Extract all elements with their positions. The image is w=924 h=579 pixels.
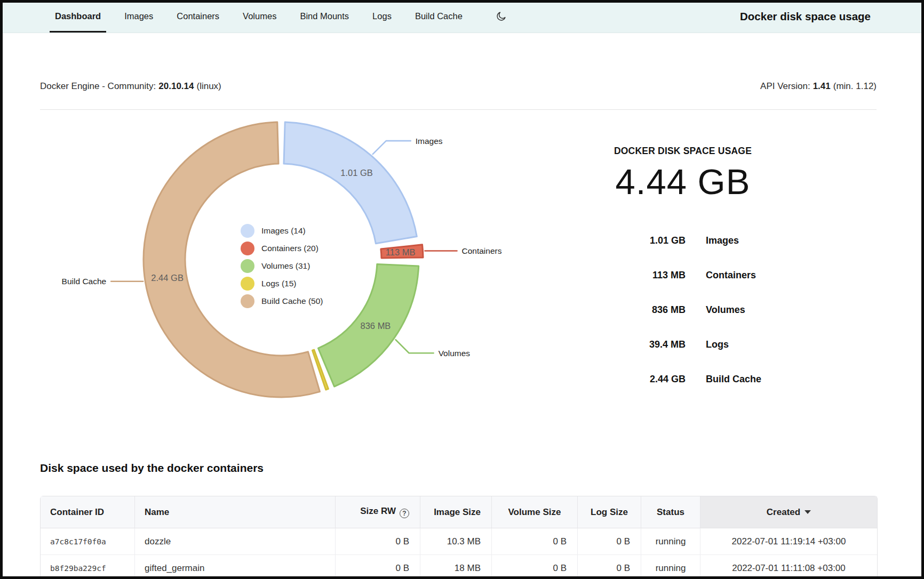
tab-dashboard[interactable]: Dashboard (50, 0, 106, 33)
summary-size: 836 MB (565, 304, 686, 316)
sort-descending-icon (804, 510, 811, 514)
table-row-gifted-germain: b8f29ba229cfgifted_germain0 B18 MB0 B0 B… (41, 555, 877, 579)
tab-images[interactable]: Images (119, 0, 158, 33)
chart-legend: Images (14)Containers (20)Volumes (31)Lo… (241, 222, 323, 310)
legend-label: Images (14) (261, 226, 306, 236)
legend-item-images: Images (14) (241, 222, 323, 239)
legend-label: Build Cache (50) (261, 296, 323, 306)
summary-row-volumes: 836 MBVolumes (565, 293, 800, 327)
cell-status: running (641, 528, 700, 555)
summary-row-build-cache: 2.44 GBBuild Cache (565, 362, 800, 397)
column-header-size-rw[interactable]: Size RW? (336, 496, 420, 528)
summary-size: 2.44 GB (565, 374, 686, 385)
callout-label-images: Images (416, 136, 443, 146)
column-header-status[interactable]: Status (641, 496, 700, 528)
segment-value-label-containers: 113 MB (386, 247, 416, 257)
cell-log-size: 0 B (578, 555, 641, 579)
legend-item-volumes: Volumes (31) (241, 257, 323, 275)
legend-label: Logs (15) (261, 279, 296, 288)
column-header-label: Created (767, 507, 800, 517)
cell-image-size: 18 MB (420, 555, 492, 579)
tab-logs[interactable]: Logs (367, 0, 397, 33)
tab-build-cache[interactable]: Build Cache (410, 0, 468, 33)
legend-dot-containers (241, 242, 254, 255)
column-header-volume-size[interactable]: Volume Size (492, 496, 578, 528)
legend-item-logs: Logs (15) (241, 275, 323, 292)
column-header-container-id[interactable]: Container ID (41, 496, 135, 528)
table-row-dozzle: a7c8c17f0f0adozzle0 B10.3 MB0 B0 Brunnin… (41, 528, 877, 555)
summary-label: Images (706, 235, 800, 246)
column-header-label: Name (145, 507, 169, 517)
summary-size: 39.4 MB (565, 339, 686, 350)
containers-table-heading: Disk space used by the docker containers (40, 462, 264, 475)
app-title: Docker disk space usage (740, 0, 871, 33)
legend-item-build-cache: Build Cache (50) (241, 292, 323, 310)
summary-size: 1.01 GB (565, 235, 686, 246)
legend-dot-logs (241, 277, 254, 291)
legend-dot-build-cache (241, 294, 254, 308)
summary-heading: DOCKER DISK SPACE USAGE (565, 146, 800, 157)
column-header-label: Volume Size (508, 507, 561, 517)
total-disk-usage-value: 4.44 GB (565, 161, 800, 202)
segment-value-label-build-cache: 2.44 GB (151, 273, 184, 283)
cell-name: gifted_germain (135, 555, 336, 579)
summary-row-images: 1.01 GBImages (565, 223, 800, 258)
api-version-min: (min. 1.12) (833, 81, 877, 91)
engine-info-row: Docker Engine - Community:20.10.14(linux… (40, 81, 877, 92)
cell-id: b8f29ba229cf (41, 555, 135, 579)
engine-platform: (linux) (197, 81, 221, 91)
summary-rows: 1.01 GBImages113 MBContainers836 MBVolum… (565, 223, 800, 397)
help-icon[interactable]: ? (400, 509, 409, 518)
callout-label-containers: Containers (461, 246, 501, 255)
tab-volumes[interactable]: Volumes (237, 0, 282, 33)
summary-size: 113 MB (565, 270, 686, 281)
containers-table: Container IDNameSize RW?Image SizeVolume… (40, 496, 878, 579)
callout-line-volumes (396, 340, 434, 353)
callout-label-build-cache: Build Cache (62, 277, 107, 286)
callout-label-volumes: Volumes (439, 349, 471, 358)
cell-status: running (641, 555, 700, 579)
segment-value-label-images: 1.01 GB (340, 168, 373, 178)
column-header-name[interactable]: Name (135, 496, 336, 528)
legend-label: Containers (20) (261, 244, 318, 253)
summary-label: Logs (706, 339, 800, 350)
cell-volume-size: 0 B (492, 528, 578, 555)
cell-created: 2022-07-01 11:11:08 +03:00 (700, 555, 877, 579)
disk-usage-summary-panel: DOCKER DISK SPACE USAGE 4.44 GB 1.01 GBI… (565, 146, 800, 397)
api-version-value: 1.41 (813, 81, 831, 91)
column-header-created[interactable]: Created (700, 496, 877, 528)
engine-version-info: Docker Engine - Community:20.10.14(linux… (40, 81, 221, 92)
cell-name: dozzle (135, 528, 336, 555)
table-header-row: Container IDNameSize RW?Image SizeVolume… (41, 496, 877, 528)
column-header-label: Container ID (50, 507, 104, 517)
column-header-label: Image Size (434, 507, 481, 517)
column-header-label: Size RW (360, 506, 396, 516)
top-nav: DashboardImagesContainersVolumesBind Mou… (0, 0, 924, 33)
summary-label: Volumes (706, 304, 800, 316)
dark-mode-toggle[interactable] (492, 0, 510, 33)
nav-tabs: DashboardImagesContainersVolumesBind Mou… (50, 0, 481, 33)
summary-label: Containers (706, 270, 800, 281)
tab-bind-mounts[interactable]: Bind Mounts (294, 0, 354, 33)
tab-containers[interactable]: Containers (171, 0, 225, 33)
callout-line-images (373, 141, 411, 154)
cell-image-size: 10.3 MB (420, 528, 492, 555)
legend-item-containers: Containers (20) (241, 239, 323, 257)
summary-row-logs: 39.4 MBLogs (565, 327, 800, 362)
legend-dot-volumes (241, 259, 254, 273)
column-header-log-size[interactable]: Log Size (578, 496, 641, 528)
cell-created: 2022-07-01 11:19:14 +03:00 (700, 528, 877, 555)
cell-volume-size: 0 B (492, 555, 578, 579)
moon-icon (496, 11, 507, 22)
api-version-info: API Version:1.41(min. 1.12) (760, 81, 877, 92)
api-version-label: API Version: (760, 81, 810, 91)
cell-id: a7c8c17f0f0a (41, 528, 135, 555)
legend-dot-images (241, 224, 254, 238)
cell-size-rw: 0 B (336, 555, 420, 579)
column-header-image-size[interactable]: Image Size (420, 496, 492, 528)
column-header-label: Status (657, 507, 684, 517)
summary-row-containers: 113 MBContainers (565, 258, 800, 293)
cell-size-rw: 0 B (336, 528, 420, 555)
summary-label: Build Cache (706, 374, 800, 385)
cell-log-size: 0 B (578, 528, 641, 555)
